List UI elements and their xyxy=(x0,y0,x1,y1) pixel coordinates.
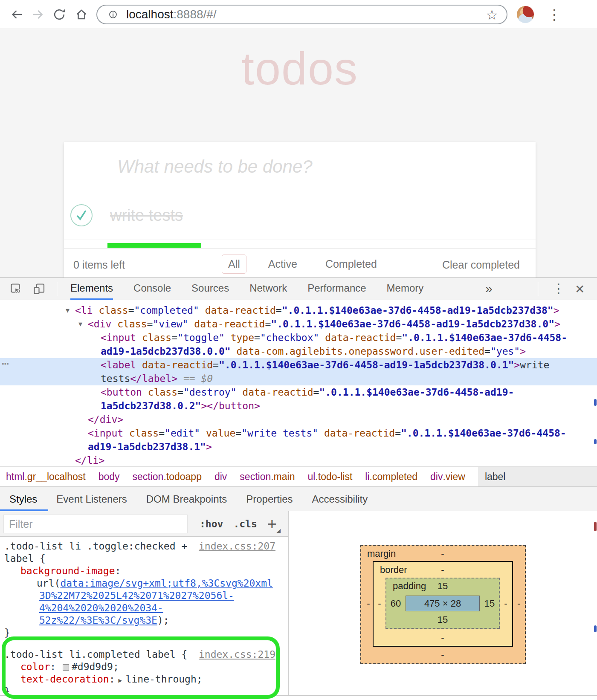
devtools-menu-icon[interactable]: ⋮ xyxy=(552,281,565,296)
toggle-cls[interactable]: .cls xyxy=(233,518,257,529)
tab-styles[interactable]: Styles xyxy=(9,493,37,505)
reload-icon[interactable] xyxy=(52,7,67,22)
tab-dom-breakpoints[interactable]: DOM Breakpoints xyxy=(146,493,227,505)
breadcrumb-item[interactable]: label xyxy=(478,467,597,486)
url-bar[interactable]: localhost:8888/#/ ☆ xyxy=(96,5,507,24)
tab-console[interactable]: Console xyxy=(133,278,171,300)
inspect-element-icon[interactable] xyxy=(9,282,23,296)
device-toolbar-icon[interactable] xyxy=(32,282,46,296)
expand-arrow-icon[interactable]: ▼ xyxy=(78,317,88,331)
dom-tree-node[interactable]: </div> xyxy=(0,413,597,426)
scrollbar-mark[interactable] xyxy=(594,522,597,531)
dom-tree-node[interactable]: <button class="destroy" data-reactid=".0… xyxy=(0,385,597,399)
tab-elements[interactable]: Elements xyxy=(70,278,113,300)
tab-accessibility[interactable]: Accessibility xyxy=(312,493,368,505)
padding-label: padding xyxy=(393,581,426,591)
filter-active[interactable]: Active xyxy=(262,255,304,274)
devtools-tabs: ElementsConsoleSourcesNetworkPerformance… xyxy=(70,278,423,300)
styles-body: Filter :hov.cls+ ◢ .todo-list li .toggle… xyxy=(0,511,597,695)
dom-tree-node[interactable]: ▼<li class="completed" data-reactid=".0.… xyxy=(0,304,597,317)
filter-completed[interactable]: Completed xyxy=(319,255,383,274)
filter-placeholder: Filter xyxy=(9,518,33,530)
todo-label[interactable]: write tests xyxy=(110,206,183,225)
border-label: border xyxy=(380,565,407,575)
breadcrumb-item[interactable]: div xyxy=(214,467,227,486)
devtools-panel: ElementsConsoleSourcesNetworkPerformance… xyxy=(0,278,597,700)
box-model: 475 × 28 margin - border - padding 15 - … xyxy=(360,545,526,664)
dom-tree-node[interactable]: ⋯<label data-reactid=".0.1.1.$140e63ae-3… xyxy=(0,358,597,372)
back-icon[interactable] xyxy=(9,7,24,22)
border-right[interactable]: - xyxy=(504,599,507,608)
filter-all[interactable]: All xyxy=(222,255,246,274)
margin-left[interactable]: - xyxy=(367,599,370,608)
breadcrumb-item[interactable]: body xyxy=(99,467,120,486)
filters: AllActiveCompleted xyxy=(222,255,383,274)
tab-network[interactable]: Network xyxy=(249,278,287,300)
border-bottom[interactable]: - xyxy=(441,633,444,642)
dom-tree-node[interactable]: 1a5dcb237d38.0.2"></button> xyxy=(0,399,597,413)
tab-properties[interactable]: Properties xyxy=(246,493,293,505)
url-text[interactable]: localhost:8888/#/ xyxy=(126,8,217,21)
box-model-content-box[interactable]: 475 × 28 xyxy=(406,596,480,611)
clear-completed-button[interactable]: Clear completed xyxy=(442,259,520,271)
breadcrumb-item[interactable]: html.gr__localhost xyxy=(6,467,86,486)
breadcrumb-item[interactable]: li.completed xyxy=(365,467,417,486)
dom-tree-node[interactable]: </li> xyxy=(0,454,597,466)
bookmark-star-icon[interactable]: ☆ xyxy=(486,7,498,23)
styles-filter-input[interactable]: Filter xyxy=(3,515,188,533)
margin-right[interactable]: - xyxy=(517,599,520,608)
devtools-close-icon[interactable]: ✕ xyxy=(575,282,585,296)
dom-tree-node[interactable]: ▼<div class="view" data-reactid=".0.1.1.… xyxy=(0,317,597,331)
styles-tabs: StylesEvent ListenersDOM BreakpointsProp… xyxy=(9,493,368,505)
border-top[interactable]: - xyxy=(441,565,444,575)
styles-tab-bar: StylesEvent ListenersDOM BreakpointsProp… xyxy=(0,486,597,511)
dom-tree-node[interactable]: tests</label> == $0 xyxy=(0,372,597,385)
padding-left[interactable]: 60 xyxy=(391,599,401,608)
resize-corner-icon[interactable]: ◢ xyxy=(276,527,281,534)
toolbar-divider xyxy=(538,282,538,296)
dom-tree-node[interactable]: <input class="toggle" type="checkbox" da… xyxy=(0,331,597,344)
padding-right[interactable]: 15 xyxy=(484,599,495,608)
expand-arrow-icon[interactable]: ▼ xyxy=(66,304,75,317)
margin-label: margin xyxy=(367,549,396,558)
elements-tree: ▼<li class="completed" data-reactid=".0.… xyxy=(0,300,597,466)
todo-item[interactable]: write tests xyxy=(64,191,536,240)
browser-menu-icon[interactable]: ⋮ xyxy=(547,6,562,23)
margin-bottom[interactable]: - xyxy=(441,650,444,660)
tab-event-listeners[interactable]: Event Listeners xyxy=(56,493,127,505)
more-tabs-chevron-icon[interactable]: » xyxy=(485,281,493,296)
forward-icon xyxy=(31,7,45,22)
scrollbar-mark[interactable] xyxy=(594,625,597,632)
border-left[interactable]: - xyxy=(378,599,381,608)
avatar[interactable] xyxy=(517,6,534,23)
tab-performance[interactable]: Performance xyxy=(307,278,366,300)
dom-tree-node[interactable]: ad19-1a5dcb237d38.1"> xyxy=(0,440,597,454)
breadcrumb-item[interactable]: ul.todo-list xyxy=(307,467,352,486)
dom-tree-node[interactable]: ad19-1a5dcb237d38.0.0" data-com.agilebit… xyxy=(0,344,597,358)
css-rule[interactable]: .todo-list li .toggle:checked +index.css… xyxy=(0,537,288,639)
stylesheet-link[interactable]: index.css:207 xyxy=(199,540,275,552)
pane-divider[interactable] xyxy=(288,511,289,695)
toggle-hov[interactable]: :hov xyxy=(200,518,223,529)
tab-sources[interactable]: Sources xyxy=(191,278,229,300)
new-style-rule-button[interactable]: + xyxy=(267,515,277,533)
dom-tree-node[interactable]: <input class="edit" value="write tests" … xyxy=(0,426,597,440)
margin-top[interactable]: - xyxy=(441,549,444,558)
breadcrumb-item[interactable]: div.view xyxy=(430,467,465,486)
annotation-box xyxy=(2,636,280,699)
padding-top[interactable]: 15 xyxy=(438,581,448,591)
toolbar-divider xyxy=(57,282,57,296)
toggle-checkbox-icon[interactable] xyxy=(70,203,93,227)
breadcrumb-item[interactable]: section.main xyxy=(240,467,295,486)
new-todo-input[interactable]: What needs to be done? xyxy=(64,142,536,191)
devtools-toolbar: ElementsConsoleSourcesNetworkPerformance… xyxy=(0,278,597,300)
home-icon[interactable] xyxy=(74,7,89,22)
padding-bottom[interactable]: 15 xyxy=(438,615,448,625)
new-todo-placeholder: What needs to be done? xyxy=(117,156,313,177)
breadcrumb-item[interactable]: section.todoapp xyxy=(133,467,202,486)
breadcrumb: html.gr__localhostbodysection.todoappdiv… xyxy=(0,466,597,486)
items-left-count: 0 items left xyxy=(73,259,125,271)
browser-toolbar: localhost:8888/#/ ☆ ⋮ xyxy=(0,0,597,29)
info-icon[interactable] xyxy=(107,8,119,21)
tab-memory[interactable]: Memory xyxy=(387,278,424,300)
